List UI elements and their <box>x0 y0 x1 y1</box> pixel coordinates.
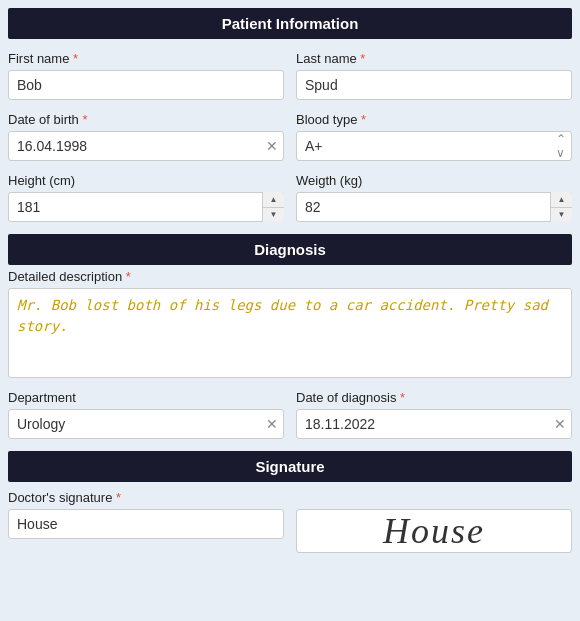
dob-required: * <box>82 112 87 127</box>
description-required: * <box>126 269 131 284</box>
department-label: Department <box>8 390 284 405</box>
weight-decrement-button[interactable]: ▼ <box>551 208 572 223</box>
doctor-signature-label: Doctor's signature * <box>8 490 284 505</box>
height-weight-row: Height (cm) ▲ ▼ Weigth (kg) ▲ ▼ <box>8 173 572 222</box>
weight-input[interactable] <box>296 192 572 222</box>
signature-header: Signature <box>8 451 572 482</box>
diag-date-label: Date of diagnosis * <box>296 390 572 405</box>
last-name-input[interactable] <box>296 70 572 100</box>
signature-text: House <box>383 510 485 552</box>
signature-row: Doctor's signature * House <box>8 490 572 553</box>
patient-info-header: Patient Information <box>8 8 572 39</box>
department-input-wrapper: ✕ <box>8 409 284 439</box>
blood-type-select-wrapper: A+ A- B+ B- AB+ AB- O+ O- ⌃∨ <box>296 131 572 161</box>
height-field: Height (cm) ▲ ▼ <box>8 173 284 222</box>
diagnosis-header: Diagnosis <box>8 234 572 265</box>
dept-date-row: Department ✕ Date of diagnosis * ✕ <box>8 390 572 439</box>
blood-type-select[interactable]: A+ A- B+ B- AB+ AB- O+ O- <box>296 131 572 161</box>
diag-date-clear-button[interactable]: ✕ <box>554 417 566 431</box>
department-clear-button[interactable]: ✕ <box>266 417 278 431</box>
dob-input[interactable] <box>8 131 284 161</box>
last-name-field: Last name * <box>296 51 572 100</box>
name-row: First name * Last name * <box>8 51 572 100</box>
last-name-label: Last name * <box>296 51 572 66</box>
height-label: Height (cm) <box>8 173 284 188</box>
signature-display-field: House <box>296 490 572 553</box>
diag-date-input[interactable] <box>296 409 572 439</box>
doctor-signature-field: Doctor's signature * <box>8 490 284 553</box>
department-field: Department ✕ <box>8 390 284 439</box>
height-spinner-buttons: ▲ ▼ <box>262 192 284 222</box>
height-increment-button[interactable]: ▲ <box>263 192 284 208</box>
first-name-field: First name * <box>8 51 284 100</box>
first-name-required: * <box>73 51 78 66</box>
description-label: Detailed description * <box>8 269 572 284</box>
diag-date-input-wrapper: ✕ <box>296 409 572 439</box>
weight-spinner-wrapper: ▲ ▼ <box>296 192 572 222</box>
diag-date-field: Date of diagnosis * ✕ <box>296 390 572 439</box>
description-textarea[interactable]: Mr. Bob lost both of his legs due to a c… <box>8 288 572 378</box>
weight-field: Weigth (kg) ▲ ▼ <box>296 173 572 222</box>
first-name-input[interactable] <box>8 70 284 100</box>
dob-field: Date of birth * ✕ <box>8 112 284 161</box>
blood-type-label: Blood type * <box>296 112 572 127</box>
doctor-sig-required: * <box>116 490 121 505</box>
dob-blood-row: Date of birth * ✕ Blood type * A+ A- B+ <box>8 112 572 161</box>
description-row: Detailed description * Mr. Bob lost both… <box>8 269 572 378</box>
form-container: Patient Information First name * Last na… <box>8 8 572 553</box>
first-name-label: First name * <box>8 51 284 66</box>
description-field: Detailed description * Mr. Bob lost both… <box>8 269 572 378</box>
weight-spinner-buttons: ▲ ▼ <box>550 192 572 222</box>
diag-date-required: * <box>400 390 405 405</box>
last-name-required: * <box>360 51 365 66</box>
dob-label: Date of birth * <box>8 112 284 127</box>
blood-type-required: * <box>361 112 366 127</box>
doctor-signature-input[interactable] <box>8 509 284 539</box>
dob-input-wrapper: ✕ <box>8 131 284 161</box>
height-spinner-wrapper: ▲ ▼ <box>8 192 284 222</box>
signature-display-box: House <box>296 509 572 553</box>
department-input[interactable] <box>8 409 284 439</box>
signature-display-label <box>296 490 572 505</box>
height-decrement-button[interactable]: ▼ <box>263 208 284 223</box>
weight-increment-button[interactable]: ▲ <box>551 192 572 208</box>
height-input[interactable] <box>8 192 284 222</box>
blood-type-field: Blood type * A+ A- B+ B- AB+ AB- O+ O- ⌃… <box>296 112 572 161</box>
weight-label: Weigth (kg) <box>296 173 572 188</box>
dob-clear-button[interactable]: ✕ <box>266 139 278 153</box>
